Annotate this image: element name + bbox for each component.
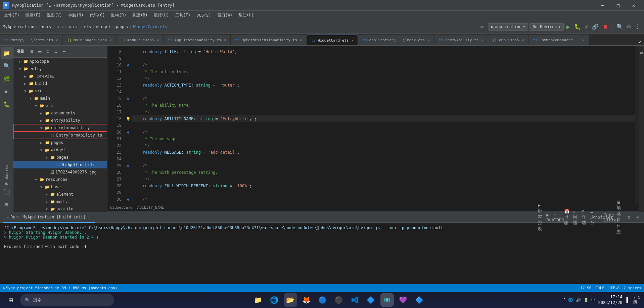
tree-item-main[interactable]: ▼ 📂 main bbox=[13, 95, 107, 102]
collapse-all-icon[interactable]: ☰ bbox=[36, 48, 44, 55]
settings-btn-bottom[interactable]: ⚙ bbox=[625, 214, 633, 221]
breadcrumb-item-1[interactable]: entry bbox=[39, 24, 51, 29]
system-clock[interactable]: 17:14 2023/12/20 bbox=[598, 294, 622, 306]
menu-edit[interactable]: 编辑(E) bbox=[23, 11, 44, 19]
code-area[interactable]: readonly TITLE: string = 'Hello World'; … bbox=[132, 46, 635, 204]
stop-button[interactable]: ⏹ bbox=[601, 23, 609, 30]
tree-item-timestamp[interactable]: ▶ 🖼 1702344909275.jpg bbox=[13, 168, 107, 176]
tray-network-icon[interactable]: 🌐 bbox=[568, 298, 573, 302]
run-btn-bottom[interactable]: ▶ Run bbox=[547, 214, 554, 221]
sidebar-icon-run[interactable]: ▶ bbox=[1, 85, 13, 97]
taskbar-app-files[interactable]: 📂 bbox=[284, 293, 297, 307]
menu-refactor[interactable]: 重构(R) bbox=[108, 11, 129, 19]
taskbar-app-explorer[interactable]: 📁 bbox=[251, 293, 265, 307]
status-indent[interactable]: 2 spaces bbox=[624, 286, 641, 290]
devices-button[interactable]: No Devices ▾ bbox=[530, 23, 563, 31]
tree-item-components[interactable]: ▶ 📁 components bbox=[13, 109, 107, 117]
gear-icon-toolbar[interactable]: ⚙ bbox=[626, 23, 632, 30]
problems-btn[interactable]: ⚠ 问题 bbox=[573, 214, 580, 221]
menu-view[interactable]: 视图(V) bbox=[44, 11, 65, 19]
menu-window[interactable]: 窗口(W) bbox=[215, 11, 235, 19]
maximize-button[interactable]: □ bbox=[610, 0, 626, 11]
show-desktop-button[interactable]: ▌ bbox=[627, 297, 629, 303]
tab-2[interactable]: {} module.json5 ✕ bbox=[117, 35, 163, 45]
tree-item-ets[interactable]: ▼ 📂 ets bbox=[13, 102, 107, 109]
breadcrumb-item-2[interactable]: src bbox=[57, 24, 64, 29]
taskbar-app-blue[interactable]: 🔷 bbox=[413, 293, 426, 307]
menu-run[interactable]: 运行(U) bbox=[151, 11, 172, 19]
taskbar-app-black[interactable]: ⚫ bbox=[332, 293, 346, 307]
bottom-tab-run[interactable]: ☆ Run: MyApplication [build init] ✕ bbox=[3, 212, 95, 223]
tree-item-widgetcard[interactable]: ▶ ts WidgetCard.ets bbox=[13, 161, 107, 168]
run-tab-close[interactable]: ✕ bbox=[88, 215, 91, 219]
status-crlf[interactable]: CRLF bbox=[595, 286, 604, 290]
taskbar-app-purple[interactable]: 💜 bbox=[397, 293, 410, 307]
tree-item-resources[interactable]: ▼ 📂 resources bbox=[13, 176, 107, 183]
tab-4[interactable]: ts MyFormExtensionAbility.ts ✕ bbox=[231, 35, 306, 45]
tree-item-preview[interactable]: ▶ 📁 .preview bbox=[13, 72, 107, 80]
tree-item-pages[interactable]: ▶ 📁 pages bbox=[13, 139, 107, 146]
menu-code[interactable]: 代码(C) bbox=[87, 11, 108, 19]
tree-item-widget-pages[interactable]: ▼ 📂 pages bbox=[13, 154, 107, 161]
todo-btn[interactable]: ≡ TODO bbox=[555, 214, 563, 221]
breadcrumb-item-6[interactable]: pages bbox=[116, 24, 128, 29]
menu-build[interactable]: 构建(B) bbox=[130, 11, 150, 19]
search-bar[interactable]: 🔍 搜索 bbox=[20, 294, 114, 306]
tab-4-close[interactable]: ✕ bbox=[300, 38, 302, 42]
panel-settings-icon[interactable]: ⚙ bbox=[52, 48, 60, 55]
tab-6-close[interactable]: ✕ bbox=[427, 38, 430, 42]
tab-0-close[interactable]: ✕ bbox=[56, 38, 58, 42]
taskbar-app-circle[interactable]: 🔵 bbox=[316, 293, 329, 307]
tab-9-close[interactable]: ✕ bbox=[582, 38, 585, 42]
taskbar-app-edge[interactable]: 🌐 bbox=[268, 293, 281, 307]
tab-1-close[interactable]: ✕ bbox=[109, 38, 112, 42]
tray-volume-icon[interactable]: 🔊 bbox=[576, 298, 581, 302]
input-language[interactable]: 中 bbox=[591, 297, 595, 303]
sidebar-icon-search[interactable]: 🔍 bbox=[1, 60, 13, 72]
menu-nav[interactable]: 导航(N) bbox=[65, 11, 86, 19]
breadcrumb-item-0[interactable]: MyApplication bbox=[3, 24, 34, 29]
tree-item-element[interactable]: ▶ 📁 element bbox=[13, 191, 107, 198]
tab-3[interactable]: ts ApplicationAbility.ts ✕ bbox=[164, 35, 230, 45]
sidebar-icon-project[interactable]: 📁 bbox=[1, 47, 13, 59]
gutter-25[interactable]: ⊕ bbox=[124, 162, 132, 169]
gutter-20[interactable]: ⊕ bbox=[124, 129, 132, 136]
tree-item-entryformability[interactable]: ▼ 📂 entryformability bbox=[13, 124, 107, 132]
menu-tools[interactable]: 工具(T) bbox=[173, 11, 193, 19]
locate-icon[interactable]: ⊙ bbox=[44, 48, 52, 55]
gutter-30[interactable]: ⊕ bbox=[124, 196, 132, 203]
sidebar-icon-terminal[interactable]: ⬛ bbox=[1, 186, 13, 198]
gutter-18[interactable]: 💡 bbox=[124, 115, 132, 122]
tree-item-base[interactable]: ▼ 📂 base bbox=[13, 183, 107, 191]
settings-icon[interactable]: ⚙ bbox=[477, 22, 487, 32]
taskbar-app-harmonyos[interactable]: HM bbox=[380, 293, 394, 307]
expand-all-icon[interactable]: ⊞ bbox=[28, 48, 36, 55]
debug-button[interactable]: 🐛 bbox=[573, 23, 582, 30]
panel-close-icon[interactable]: ─ bbox=[60, 48, 68, 55]
sidebar-icon-git[interactable]: 🌿 bbox=[1, 72, 13, 85]
profile-button[interactable]: ⚡ bbox=[584, 23, 590, 30]
tree-item-profile[interactable]: ▼ 📂 profile bbox=[13, 205, 107, 212]
log-btn[interactable]: 📅 日志 bbox=[564, 214, 571, 221]
more-icon[interactable]: ⋮ bbox=[633, 23, 641, 30]
taskbar-app-firefox[interactable]: 🦊 bbox=[300, 293, 313, 307]
run-button[interactable]: ▶ bbox=[565, 23, 571, 30]
file-tree[interactable]: ▶ 📁 AppScope ▼ 📂 entry ▶ 📁 .preview bbox=[13, 58, 107, 212]
tree-item-widget[interactable]: ▼ 📂 widget bbox=[13, 146, 107, 154]
tab-0[interactable]: ts entry\...\Index.ets ✕ bbox=[0, 35, 62, 45]
minimap-scrollbar[interactable] bbox=[635, 46, 639, 204]
breadcrumb-item-3[interactable]: main bbox=[69, 24, 79, 29]
tab-6[interactable]: ts application\...\Index.ets ✕ bbox=[358, 35, 434, 45]
menu-vcs[interactable]: VCS(S) bbox=[194, 12, 214, 19]
codelinter-btn[interactable]: Code Linter bbox=[608, 214, 615, 221]
menu-file[interactable]: 文件(F) bbox=[1, 11, 22, 19]
menu-help[interactable]: 帮助(H) bbox=[236, 11, 257, 19]
attach-button[interactable]: 🔗 bbox=[591, 23, 600, 30]
tab-7-close[interactable]: ✕ bbox=[481, 38, 484, 42]
taskbar-app-idea[interactable]: 🔷 bbox=[364, 293, 378, 307]
tray-battery-icon[interactable]: 🔋 bbox=[584, 298, 589, 302]
terminal-btn[interactable]: ⊙ 终端 bbox=[582, 214, 589, 221]
tab-2-close[interactable]: ✕ bbox=[157, 38, 159, 42]
taskbar-app-vscode[interactable] bbox=[348, 293, 362, 307]
tab-1[interactable]: {} main_pages.json ✕ bbox=[63, 35, 116, 45]
